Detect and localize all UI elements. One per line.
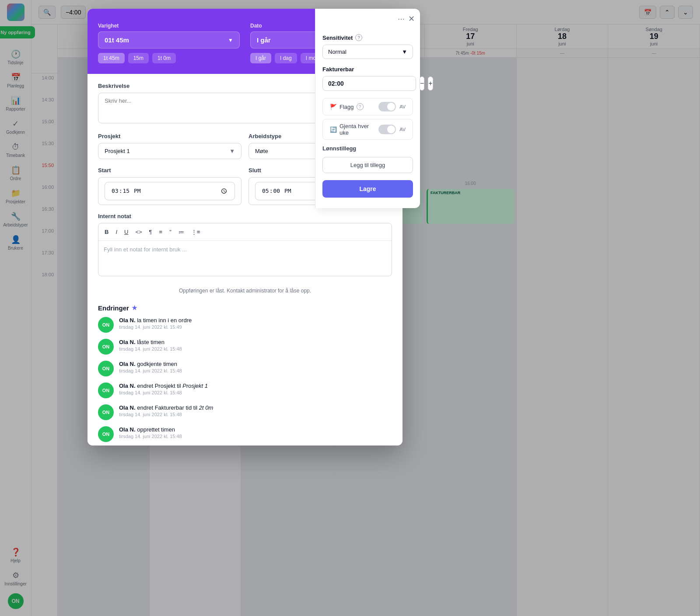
change-text-1: Ola N. låste timen xyxy=(119,339,392,345)
prosjekt-arrow-icon: ▼ xyxy=(229,148,235,154)
arbeidstype-value: Møte xyxy=(255,148,268,154)
change-content-5: Ola N. opprettet timen tirsdag 14. juni … xyxy=(119,426,392,439)
quick-btn-1t45m[interactable]: 1t 45m xyxy=(98,53,125,63)
gjenta-toggle[interactable] xyxy=(378,125,396,134)
lagre-button[interactable]: Lagre xyxy=(322,180,413,198)
change-text-2: Ola N. godkjente timen xyxy=(119,361,392,367)
flagg-status: AV xyxy=(399,104,406,109)
change-text-0: Ola N. la timen inn i en ordre xyxy=(119,317,392,324)
underline-button[interactable]: U xyxy=(122,227,131,237)
internt-notat-section: Internt notat B I U <> ¶ ≡ " ≔ ⋮≡ Fyll i… xyxy=(98,213,392,276)
sensitivitet-value: Normal xyxy=(328,49,346,55)
start-col: Start xyxy=(98,167,242,205)
right-panel-topbar: ⋯ ✕ xyxy=(315,9,420,27)
start-time-input[interactable] xyxy=(105,182,235,200)
change-content-4: Ola N. endret Fakturerbar tid til 2t 0m … xyxy=(119,404,392,417)
change-time-4: tirsdag 14. juni 2022 kl. 15:48 xyxy=(119,412,392,417)
close-button[interactable]: ✕ xyxy=(408,14,415,24)
change-content-3: Ola N. endret Prosjekt til Prosjekt 1 ti… xyxy=(119,383,392,395)
fakturerbar-time-row: − + xyxy=(322,76,413,91)
change-avatar-0: ON xyxy=(98,317,114,333)
sensitivitet-label: Sensitivitet ? xyxy=(322,34,413,41)
notat-editor[interactable]: Fyll inn et notat for internt bruk ... xyxy=(98,241,392,276)
heading-button[interactable]: ¶ xyxy=(147,227,155,237)
varighet-field: Varighet 01t 45m ▼ 1t 45m 15m 1t 0m xyxy=(98,23,240,63)
star-icon: ★ xyxy=(132,304,137,311)
dato-value: I går xyxy=(257,36,271,44)
gjenta-toggle-row: 🔄 Gjenta hver uke AV xyxy=(322,119,413,140)
bold-button[interactable]: B xyxy=(102,227,111,237)
change-item-1: ON Ola N. låste timen tirsdag 14. juni 2… xyxy=(98,339,392,355)
quick-btn-15m[interactable]: 15m xyxy=(128,53,149,63)
quote-button[interactable]: " xyxy=(167,227,174,237)
rich-text-wrapper: B I U <> ¶ ≡ " ≔ ⋮≡ Fyll inn et notat fo… xyxy=(98,223,392,276)
change-content-2: Ola N. godkjente timen tirsdag 14. juni … xyxy=(119,361,392,373)
italic-button[interactable]: I xyxy=(113,227,120,237)
change-content-1: Ola N. låste timen tirsdag 14. juni 2022… xyxy=(119,339,392,352)
change-time-5: tirsdag 14. juni 2022 kl. 15:48 xyxy=(119,434,392,439)
change-time-3: tirsdag 14. juni 2022 kl. 15:48 xyxy=(119,390,392,395)
code-button[interactable]: <> xyxy=(133,227,144,237)
change-content-0: Ola N. la timen inn i en ordre tirsdag 1… xyxy=(119,317,392,330)
prosjekt-col: Prosjekt Prosjekt 1 ▼ xyxy=(98,133,242,159)
add-tillegg-button[interactable]: Legg til tillegg xyxy=(322,157,413,173)
fakturerbar-decrement-button[interactable]: − xyxy=(420,77,424,90)
change-text-5: Ola N. opprettet timen xyxy=(119,426,392,433)
rich-toolbar: B I U <> ¶ ≡ " ≔ ⋮≡ xyxy=(98,223,392,241)
unordered-list-button[interactable]: ⋮≡ xyxy=(189,227,203,237)
fakturerbar-section: Fakturerbar − + xyxy=(315,63,420,94)
quick-btn-1t0m[interactable]: 1t 0m xyxy=(152,53,176,63)
repeat-icon: 🔄 xyxy=(330,126,337,133)
sensitivitet-section: Sensitivitet ? Normal ▼ xyxy=(315,27,420,63)
start-time-wrapper xyxy=(98,177,242,205)
gjenta-toggle-knob xyxy=(387,125,395,133)
blockquote-button[interactable]: ≡ xyxy=(157,227,165,237)
internt-notat-label: Internt notat xyxy=(98,213,392,219)
start-label: Start xyxy=(98,167,242,174)
quick-btn-idag[interactable]: I dag xyxy=(275,53,297,63)
prosjekt-value: Prosjekt 1 xyxy=(105,148,130,154)
quick-btn-igar[interactable]: I går xyxy=(250,53,271,63)
change-item-5: ON Ola N. opprettet timen tirsdag 14. ju… xyxy=(98,426,392,442)
changes-title: Endringer ★ xyxy=(98,304,392,312)
locked-notice: Oppføringen er låst. Kontakt administrat… xyxy=(98,284,392,301)
flag-icon: 🚩 xyxy=(330,104,337,110)
ordered-list-button[interactable]: ≔ xyxy=(176,227,187,237)
gjenta-label: 🔄 Gjenta hver uke xyxy=(330,123,378,136)
sensitivitet-arrow-icon: ▼ xyxy=(402,49,407,55)
lonnstillegg-label: Lønnstillegg xyxy=(322,145,413,152)
change-avatar-4: ON xyxy=(98,404,114,420)
change-text-3: Ola N. endret Prosjekt til Prosjekt 1 xyxy=(119,383,392,389)
fakturerbar-increment-button[interactable]: + xyxy=(428,77,433,90)
change-item-2: ON Ola N. godkjente timen tirsdag 14. ju… xyxy=(98,361,392,376)
sensitivitet-help-icon[interactable]: ? xyxy=(355,34,362,41)
flagg-help-icon[interactable]: ? xyxy=(357,103,364,110)
change-avatar-2: ON xyxy=(98,361,114,376)
fakturerbar-input[interactable] xyxy=(322,76,416,91)
fakturerbar-label: Fakturerbar xyxy=(322,66,413,73)
varighet-label: Varighet xyxy=(98,23,240,29)
flagg-toggle-knob xyxy=(387,103,395,111)
more-options-button[interactable]: ⋯ xyxy=(398,14,405,24)
change-time-2: tirsdag 14. juni 2022 kl. 15:48 xyxy=(119,368,392,373)
flagg-label: 🚩 Flagg ? xyxy=(330,103,364,110)
change-item-4: ON Ola N. endret Fakturerbar tid til 2t … xyxy=(98,404,392,420)
varighet-arrow-icon: ▼ xyxy=(228,37,233,43)
prosjekt-dropdown[interactable]: Prosjekt 1 ▼ xyxy=(98,143,242,159)
varighet-value: 01t 45m xyxy=(105,36,129,44)
change-time-1: tirsdag 14. juni 2022 kl. 15:48 xyxy=(119,346,392,352)
change-avatar-3: ON xyxy=(98,383,114,398)
change-avatar-1: ON xyxy=(98,339,114,355)
prosjekt-label: Prosjekt xyxy=(98,133,242,139)
lonnstillegg-label-wrap: Lønnstillegg xyxy=(315,143,420,153)
flagg-toggle[interactable] xyxy=(378,102,396,111)
varighet-select[interactable]: 01t 45m ▼ xyxy=(98,31,240,49)
changes-section: Endringer ★ ON Ola N. la timen inn i en … xyxy=(98,304,392,442)
quick-duration-buttons: 1t 45m 15m 1t 0m xyxy=(98,53,240,63)
change-avatar-5: ON xyxy=(98,426,114,442)
change-time-0: tirsdag 14. juni 2022 kl. 15:49 xyxy=(119,324,392,330)
sensitivitet-select[interactable]: Normal ▼ xyxy=(322,45,413,59)
change-item-3: ON Ola N. endret Prosjekt til Prosjekt 1… xyxy=(98,383,392,398)
right-panel: ⋯ ✕ Sensitivitet ? Normal ▼ Fakturerbar … xyxy=(315,9,420,208)
gjenta-status: AV xyxy=(399,127,406,132)
